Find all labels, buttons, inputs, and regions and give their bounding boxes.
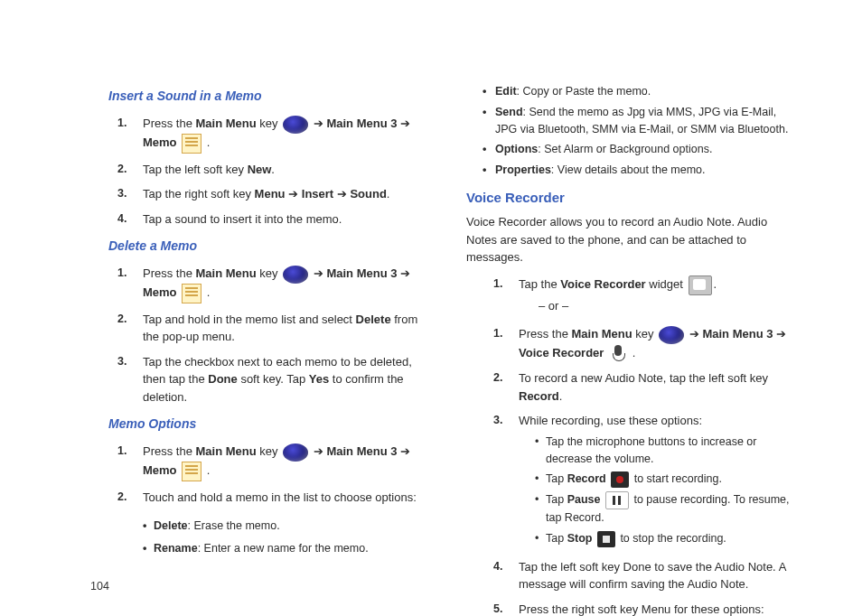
page: Insert a Sound in a Memo Press the Main … (0, 0, 862, 616)
text-bold: Record (567, 472, 606, 485)
text-bold: New (248, 163, 272, 176)
text-bold: Send (495, 106, 523, 118)
text-bold: Pause (567, 493, 601, 506)
microphone-icon (609, 344, 627, 362)
list-item: Press the Main Menu key ➔ Main Menu 3 ➔ … (126, 439, 425, 485)
arrow-icon: ➔ (773, 327, 786, 341)
text-bold: Memo (143, 285, 177, 299)
text: Tap the (519, 277, 560, 291)
list-item: Tap Record to start recording. (535, 469, 801, 490)
arrow-icon: ➔ (314, 117, 327, 130)
arrow-icon: ➔ (314, 444, 327, 458)
text-bold: Voice Recorder (519, 346, 604, 359)
delete-memo-steps: Press the Main Menu key ➔ Main Menu 3 ➔ … (90, 261, 425, 409)
text: Tap the right soft key (143, 187, 255, 201)
list-item: Tap a sound to insert it into the memo. (126, 207, 425, 232)
text: Press the (143, 444, 196, 458)
recording-options: Tap the microphone buttons to increase o… (519, 432, 801, 549)
text: Press the (519, 327, 572, 341)
list-item: Tap the right soft key Menu ➔ Insert ➔ S… (126, 182, 425, 207)
text: . (271, 163, 275, 176)
record-icon (611, 471, 629, 488)
heading-voice-recorder: Voice Recorder (466, 188, 801, 209)
text-bold: Menu (255, 187, 286, 201)
memo-options-bullets: Delete: Erase the memo. Rename: Enter a … (90, 515, 425, 560)
heading-delete-memo: Delete a Memo (108, 237, 425, 256)
text-bold: Delete (154, 519, 188, 532)
text: : View details about the memo. (551, 163, 706, 176)
arrow-icon: ➔ (397, 266, 410, 280)
text: Tap and hold in the memo list and select (143, 313, 356, 326)
memo-options-steps: Press the Main Menu key ➔ Main Menu 3 ➔ … (90, 439, 425, 509)
memo-icon (182, 134, 201, 154)
text: Tap (546, 532, 567, 545)
insert-sound-steps: Press the Main Menu key ➔ Main Menu 3 ➔ … (90, 111, 425, 231)
text-bold: Delete (356, 313, 391, 326)
arrow-icon: ➔ (333, 187, 350, 201)
text: key (632, 327, 657, 341)
text: : Enter a new name for the memo. (198, 542, 369, 555)
left-column: Insert a Sound in a Memo Press the Main … (90, 81, 425, 616)
list-item: Tap the left soft key New. (126, 157, 425, 182)
text: soft key. Tap (238, 372, 309, 386)
text: : Erase the memo. (188, 519, 280, 532)
list-item: Tap the left soft key Done to save the A… (502, 555, 801, 597)
text: To record a new Audio Note, tap the left… (519, 371, 768, 385)
arrow-icon: ➔ (286, 187, 302, 201)
text-bold: Main Menu 3 (326, 117, 397, 130)
text-bold: Edit (495, 85, 517, 98)
text: Tap the left soft key (143, 163, 248, 176)
text: : Copy or Paste the memo. (517, 85, 651, 98)
text: key (257, 117, 281, 130)
arrow-icon: ➔ (397, 117, 410, 130)
text-bold: Main Menu 3 (702, 327, 773, 341)
list-item: Properties: View details about the memo. (483, 160, 801, 181)
text: . (203, 135, 210, 149)
arrow-icon: ➔ (314, 266, 327, 280)
list-item: Press the right soft key Menu for these … (502, 597, 801, 616)
list-item: To record a new Audio Note, tap the left… (502, 366, 801, 408)
text: . (559, 389, 563, 403)
text-bold: Main Menu 3 (326, 444, 397, 458)
text: . (203, 463, 210, 477)
text: Tap (546, 472, 567, 485)
text-bold: Stop (567, 532, 593, 545)
stop-icon (597, 531, 615, 547)
list-item: Touch and hold a memo in the list to cho… (126, 485, 425, 510)
text: . (629, 346, 635, 359)
text: to stop the recording. (620, 532, 726, 545)
list-item: Send: Send the memo as Jpg via MMS, JPG … (483, 102, 801, 140)
main-menu-icon (283, 443, 308, 462)
list-item: Options: Set Alarm or Background options… (483, 139, 801, 160)
text-bold: Main Menu (196, 266, 257, 280)
text-bold: Record (519, 389, 559, 403)
text-bold: Rename (154, 542, 198, 555)
list-item: Rename: Enter a new name for the memo. (143, 537, 425, 560)
page-number: 104 (90, 578, 109, 595)
list-item: Tap Stop to stop the recording. (535, 528, 801, 549)
text-bold: Insert (302, 187, 333, 201)
text-bold: Sound (350, 187, 386, 201)
text-bold: Memo (143, 463, 177, 477)
list-item: Tap the microphone buttons to increase o… (535, 432, 801, 470)
text-bold: Done (208, 372, 238, 386)
text: Press the (143, 266, 196, 280)
list-item: Delete: Erase the memo. (143, 515, 425, 537)
list-item: Tap the checkbox next to each memo to be… (126, 350, 425, 410)
text-bold: Options (495, 143, 538, 155)
main-menu-icon (283, 266, 308, 284)
text: . (203, 285, 210, 299)
memo-icon (182, 462, 201, 481)
pause-icon (605, 491, 629, 509)
list-item: Tap the Voice Recorder widget . – or – (502, 272, 801, 322)
widget-icon (689, 275, 712, 295)
heading-memo-options: Memo Options (108, 415, 425, 434)
or-divider: – or – (502, 297, 801, 315)
voice-recorder-intro: Voice Recorder allows you to record an A… (466, 213, 801, 272)
list-item: While recording, use these options: Tap … (502, 408, 801, 554)
text-bold: Main Menu (196, 444, 257, 458)
text-bold: Yes (309, 372, 329, 386)
text: Tap (546, 493, 567, 506)
text-bold: Main Menu 3 (326, 266, 397, 280)
text: to start recording. (634, 472, 722, 485)
